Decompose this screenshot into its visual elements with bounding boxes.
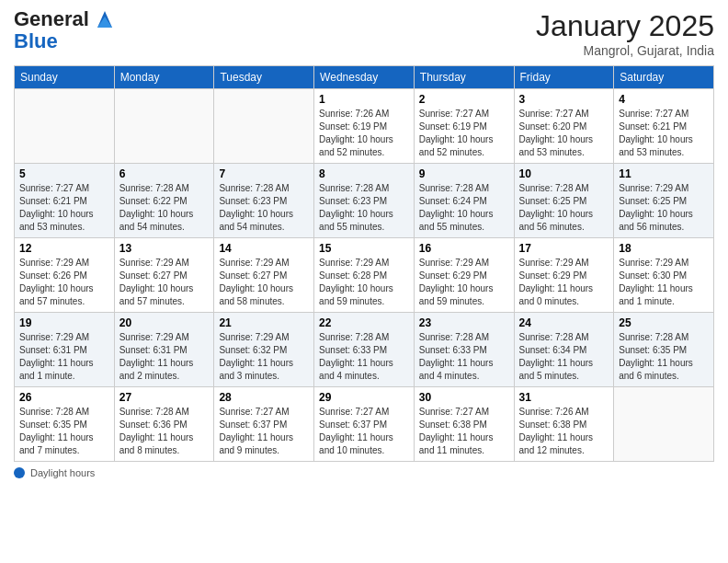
calendar-cell: 5Sunrise: 7:27 AM Sunset: 6:21 PM Daylig… (15, 164, 115, 238)
col-monday: Monday (114, 66, 214, 89)
calendar-cell: 3Sunrise: 7:27 AM Sunset: 6:20 PM Daylig… (514, 89, 614, 164)
day-number: 11 (619, 167, 709, 180)
calendar-table: Sunday Monday Tuesday Wednesday Thursday… (14, 65, 714, 462)
day-info: Sunrise: 7:27 AM Sunset: 6:37 PM Dayligh… (219, 406, 309, 457)
footer-label: Daylight hours (30, 467, 95, 478)
day-number: 24 (519, 316, 609, 329)
day-info: Sunrise: 7:28 AM Sunset: 6:23 PM Dayligh… (319, 182, 409, 234)
calendar-cell: 27Sunrise: 7:28 AM Sunset: 6:36 PM Dayli… (114, 387, 214, 462)
calendar-cell: 12Sunrise: 7:29 AM Sunset: 6:26 PM Dayli… (15, 238, 115, 313)
calendar-week-5: 26Sunrise: 7:28 AM Sunset: 6:35 PM Dayli… (15, 387, 714, 462)
calendar-cell (114, 89, 214, 164)
calendar-cell: 16Sunrise: 7:29 AM Sunset: 6:29 PM Dayli… (414, 238, 514, 313)
day-info: Sunrise: 7:29 AM Sunset: 6:25 PM Dayligh… (619, 182, 709, 234)
day-info: Sunrise: 7:29 AM Sunset: 6:31 PM Dayligh… (19, 331, 109, 383)
day-number: 3 (519, 93, 609, 106)
day-info: Sunrise: 7:27 AM Sunset: 6:37 PM Dayligh… (319, 406, 409, 457)
day-info: Sunrise: 7:29 AM Sunset: 6:29 PM Dayligh… (519, 257, 609, 308)
day-info: Sunrise: 7:28 AM Sunset: 6:35 PM Dayligh… (19, 406, 109, 457)
day-info: Sunrise: 7:29 AM Sunset: 6:29 PM Dayligh… (419, 257, 509, 308)
day-info: Sunrise: 7:28 AM Sunset: 6:34 PM Dayligh… (519, 331, 609, 383)
day-number: 15 (319, 242, 409, 255)
location: Mangrol, Gujarat, India (536, 43, 714, 58)
day-number: 4 (619, 93, 709, 106)
day-info: Sunrise: 7:29 AM Sunset: 6:28 PM Dayligh… (319, 257, 409, 308)
calendar-cell: 14Sunrise: 7:29 AM Sunset: 6:27 PM Dayli… (214, 238, 314, 313)
title-block: January 2025 Mangrol, Gujarat, India (536, 9, 714, 58)
calendar-cell: 18Sunrise: 7:29 AM Sunset: 6:30 PM Dayli… (614, 238, 714, 313)
day-info: Sunrise: 7:28 AM Sunset: 6:36 PM Dayligh… (119, 406, 210, 457)
day-number: 16 (419, 242, 509, 255)
calendar-week-3: 12Sunrise: 7:29 AM Sunset: 6:26 PM Dayli… (15, 238, 714, 313)
day-number: 27 (119, 391, 210, 404)
calendar-cell: 20Sunrise: 7:29 AM Sunset: 6:31 PM Dayli… (114, 313, 214, 387)
day-number: 31 (519, 391, 609, 404)
calendar-cell: 1Sunrise: 7:26 AM Sunset: 6:19 PM Daylig… (314, 89, 415, 164)
day-info: Sunrise: 7:28 AM Sunset: 6:24 PM Dayligh… (419, 182, 509, 234)
day-info: Sunrise: 7:26 AM Sunset: 6:19 PM Dayligh… (319, 108, 409, 159)
daylight-icon (14, 467, 25, 478)
day-number: 6 (119, 167, 210, 180)
calendar-cell: 19Sunrise: 7:29 AM Sunset: 6:31 PM Dayli… (15, 313, 115, 387)
page: General Blue January 2025 Mangrol, Gujar… (0, 0, 728, 563)
month-title: January 2025 (536, 9, 714, 43)
calendar-cell: 7Sunrise: 7:28 AM Sunset: 6:23 PM Daylig… (214, 164, 314, 238)
calendar-cell: 29Sunrise: 7:27 AM Sunset: 6:37 PM Dayli… (314, 387, 415, 462)
day-number: 21 (219, 316, 309, 329)
calendar-cell: 9Sunrise: 7:28 AM Sunset: 6:24 PM Daylig… (414, 164, 514, 238)
logo-text-blue: Blue (14, 31, 114, 52)
day-info: Sunrise: 7:27 AM Sunset: 6:20 PM Dayligh… (519, 108, 609, 159)
day-number: 5 (19, 167, 109, 180)
col-saturday: Saturday (614, 66, 714, 89)
day-info: Sunrise: 7:27 AM Sunset: 6:21 PM Dayligh… (19, 182, 109, 234)
day-info: Sunrise: 7:27 AM Sunset: 6:19 PM Dayligh… (419, 108, 509, 159)
footer: Daylight hours (14, 467, 714, 478)
day-info: Sunrise: 7:28 AM Sunset: 6:23 PM Dayligh… (219, 182, 309, 234)
day-number: 13 (119, 242, 210, 255)
calendar-cell: 31Sunrise: 7:26 AM Sunset: 6:38 PM Dayli… (514, 387, 614, 462)
day-number: 2 (419, 93, 509, 106)
day-number: 22 (319, 316, 409, 329)
day-number: 14 (219, 242, 309, 255)
calendar-cell: 13Sunrise: 7:29 AM Sunset: 6:27 PM Dayli… (114, 238, 214, 313)
day-info: Sunrise: 7:28 AM Sunset: 6:22 PM Dayligh… (119, 182, 210, 234)
day-number: 1 (319, 93, 409, 106)
calendar-cell (614, 387, 714, 462)
col-sunday: Sunday (15, 66, 115, 89)
calendar-header-row: Sunday Monday Tuesday Wednesday Thursday… (15, 66, 714, 89)
calendar-cell: 2Sunrise: 7:27 AM Sunset: 6:19 PM Daylig… (414, 89, 514, 164)
day-info: Sunrise: 7:29 AM Sunset: 6:26 PM Dayligh… (19, 257, 109, 308)
calendar-cell: 25Sunrise: 7:28 AM Sunset: 6:35 PM Dayli… (614, 313, 714, 387)
day-number: 19 (19, 316, 109, 329)
calendar-cell (15, 89, 115, 164)
day-number: 8 (319, 167, 409, 180)
day-info: Sunrise: 7:28 AM Sunset: 6:25 PM Dayligh… (519, 182, 609, 234)
col-friday: Friday (514, 66, 614, 89)
logo-text-general: General (14, 9, 114, 31)
day-number: 17 (519, 242, 609, 255)
calendar-cell: 11Sunrise: 7:29 AM Sunset: 6:25 PM Dayli… (614, 164, 714, 238)
day-number: 28 (219, 391, 309, 404)
day-number: 26 (19, 391, 109, 404)
calendar-cell: 6Sunrise: 7:28 AM Sunset: 6:22 PM Daylig… (114, 164, 214, 238)
day-info: Sunrise: 7:29 AM Sunset: 6:31 PM Dayligh… (119, 331, 210, 383)
day-number: 10 (519, 167, 609, 180)
day-number: 23 (419, 316, 509, 329)
day-info: Sunrise: 7:28 AM Sunset: 6:33 PM Dayligh… (319, 331, 409, 383)
col-tuesday: Tuesday (214, 66, 314, 89)
day-number: 9 (419, 167, 509, 180)
day-number: 25 (619, 316, 709, 329)
calendar-cell: 24Sunrise: 7:28 AM Sunset: 6:34 PM Dayli… (514, 313, 614, 387)
calendar-cell: 30Sunrise: 7:27 AM Sunset: 6:38 PM Dayli… (414, 387, 514, 462)
col-thursday: Thursday (414, 66, 514, 89)
calendar-week-2: 5Sunrise: 7:27 AM Sunset: 6:21 PM Daylig… (15, 164, 714, 238)
calendar-week-1: 1Sunrise: 7:26 AM Sunset: 6:19 PM Daylig… (15, 89, 714, 164)
day-info: Sunrise: 7:27 AM Sunset: 6:21 PM Dayligh… (619, 108, 709, 159)
day-number: 30 (419, 391, 509, 404)
day-number: 18 (619, 242, 709, 255)
day-info: Sunrise: 7:29 AM Sunset: 6:27 PM Dayligh… (119, 257, 210, 308)
calendar-cell: 4Sunrise: 7:27 AM Sunset: 6:21 PM Daylig… (614, 89, 714, 164)
day-number: 12 (19, 242, 109, 255)
day-info: Sunrise: 7:27 AM Sunset: 6:38 PM Dayligh… (419, 406, 509, 457)
calendar-cell: 15Sunrise: 7:29 AM Sunset: 6:28 PM Dayli… (314, 238, 415, 313)
